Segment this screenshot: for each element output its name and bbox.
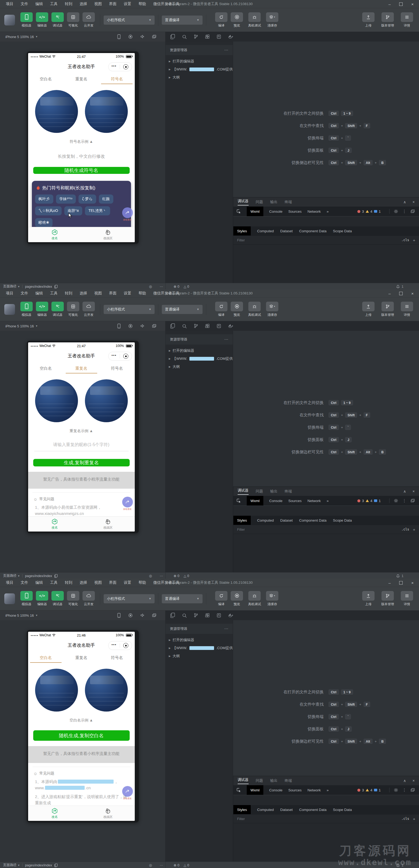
minimize-button[interactable]: – — [388, 291, 391, 296]
explorer-icon[interactable] — [170, 613, 175, 618]
kebab-icon[interactable]: ⋮ — [402, 787, 407, 793]
preview-button[interactable]: 预览 — [229, 12, 245, 28]
upload-button[interactable]: 上传 — [361, 12, 376, 28]
gear-icon[interactable] — [394, 499, 398, 503]
close-panel-button[interactable]: × — [413, 778, 415, 783]
simulator-toggle-button[interactable]: 模拟器 — [19, 12, 34, 28]
copy-icon[interactable] — [54, 863, 58, 867]
watch-icon[interactable]: ◎ — [149, 863, 152, 867]
menu-item-interface[interactable]: 界面 — [109, 580, 117, 585]
tab-blank-name[interactable]: 空白名 — [28, 363, 64, 375]
gear-icon[interactable] — [394, 788, 398, 792]
tab-computed[interactable]: Computed — [257, 808, 274, 812]
compile-button[interactable]: 编译 — [213, 591, 229, 607]
tab-problems[interactable]: 问题 — [256, 776, 263, 785]
example-toggle[interactable]: 重复名示例 ▲ — [70, 429, 93, 433]
rotate-device-icon[interactable] — [117, 323, 121, 329]
version-manage-button[interactable]: 版本管理 — [378, 12, 397, 28]
menu-item-view[interactable]: 视图 — [94, 580, 102, 585]
source-control-icon[interactable] — [194, 323, 198, 328]
upload-button[interactable]: 上传 — [361, 591, 376, 607]
collapse-panel-button[interactable]: ∧ — [403, 778, 406, 783]
inspect-icon[interactable] — [237, 788, 241, 792]
tab-problems[interactable]: 问题 — [256, 197, 263, 207]
menu-item-select[interactable]: 选择 — [80, 291, 87, 296]
extensions-icon[interactable] — [205, 613, 210, 618]
devtools-tab-network[interactable]: Network — [307, 210, 321, 214]
menu-item-file[interactable]: 文件 — [21, 2, 28, 6]
tab-scope-data[interactable]: Scope Data — [333, 518, 352, 522]
mute-icon[interactable] — [140, 614, 144, 617]
menu-item-wechat-devtools[interactable]: 微信开发者工具 — [153, 2, 179, 6]
gear-icon[interactable] — [394, 209, 398, 214]
cls-toggle[interactable]: .cls — [401, 238, 409, 242]
user-avatar[interactable] — [4, 15, 15, 26]
tree-item-project-root[interactable]: ▶ 【WWW..COM提供下... — [166, 355, 233, 363]
undock-icon[interactable] — [411, 499, 415, 502]
extensions-icon[interactable] — [205, 35, 210, 39]
add-style-button[interactable]: + — [413, 238, 415, 243]
mute-icon[interactable] — [140, 35, 144, 38]
rotate-device-icon[interactable] — [117, 34, 121, 39]
detail-button[interactable]: 详情 — [399, 591, 415, 607]
tab-debugger[interactable]: 调试器 — [238, 487, 249, 496]
compile-mode-select[interactable]: 普通编译▼ — [162, 594, 203, 603]
tree-item-outline[interactable]: ▶ 大纲 — [166, 73, 233, 82]
notifications[interactable]: 1 — [396, 285, 403, 288]
tab-symbol-name[interactable]: 符号名 — [99, 73, 135, 86]
multi-window-icon[interactable] — [152, 35, 156, 38]
path-mode-selector[interactable]: 页面路径 ▼ — [3, 284, 20, 289]
path-mode-selector[interactable]: 页面路径 ▼ — [3, 863, 20, 867]
simulator-toggle-button[interactable]: 模拟器 — [19, 302, 34, 317]
problem-counters[interactable]: ⊗0 △0 — [174, 284, 189, 288]
maximize-button[interactable] — [399, 2, 403, 6]
add-style-button[interactable]: + — [413, 816, 415, 821]
inspect-icon[interactable] — [237, 499, 241, 503]
close-miniprogram-button[interactable] — [123, 64, 128, 69]
detail-button[interactable]: 详情 — [399, 12, 415, 28]
nickname-input[interactable]: 请输入重复的昵称(1-5个字符) — [34, 442, 128, 452]
menu-item-help[interactable]: 帮助 — [139, 580, 146, 585]
tab-dataset[interactable]: Dataset — [280, 518, 293, 522]
tab-computed[interactable]: Computed — [257, 518, 274, 522]
menu-item-goto[interactable]: 转到 — [65, 2, 72, 6]
tab-scope-data[interactable]: Scope Data — [333, 229, 352, 233]
device-selector[interactable]: iPhone 5 100% 16 — [5, 614, 34, 618]
undock-icon[interactable] — [411, 788, 415, 792]
devtools-tab-wxml[interactable]: Wxml — [247, 496, 263, 505]
hot-tag[interactable]: TEL渣男丶 — [85, 206, 110, 215]
more-menu-button[interactable]: ••• — [112, 355, 117, 357]
close-miniprogram-button[interactable] — [123, 353, 128, 359]
horizontal-scrollbar[interactable] — [233, 795, 419, 797]
hot-tag[interactable]: 乀☆秋风oO — [35, 206, 62, 215]
tree-item-outline[interactable]: ▶ 大纲 — [166, 363, 233, 371]
close-button[interactable]: × — [411, 291, 414, 296]
menu-item-select[interactable]: 选择 — [80, 580, 87, 585]
menu-item-goto[interactable]: 转到 — [65, 291, 72, 296]
add-style-button[interactable]: + — [413, 527, 415, 532]
devtools-tab-sources[interactable]: Sources — [288, 499, 302, 503]
cloud-toggle-button[interactable]: 云开发 — [81, 591, 96, 607]
user-avatar[interactable] — [4, 593, 15, 604]
cls-toggle[interactable]: .cls — [401, 527, 409, 531]
menu-item-settings[interactable]: 设置 — [124, 2, 131, 6]
rotate-device-icon[interactable] — [117, 613, 121, 618]
debugger-toggle-button[interactable]: 调试器 — [50, 591, 65, 607]
compile-mode-select[interactable]: 普通编译▼ — [162, 16, 203, 25]
tabbar-rename[interactable]: 改名 — [28, 227, 82, 242]
remote-debug-button[interactable]: 真机调试 — [245, 591, 264, 607]
tab-debugger[interactable]: 调试器 — [238, 197, 249, 207]
tab-terminal[interactable]: 终端 — [285, 776, 292, 785]
maximize-button[interactable] — [399, 292, 403, 295]
tree-item-open-editors[interactable]: ▶ 打开的编辑器 — [166, 347, 233, 355]
problem-counters[interactable]: ⊗0 △0 — [174, 863, 189, 867]
menu-item-tools[interactable]: 工具 — [50, 291, 58, 296]
hot-tag[interactable]: 学妹²⁰¹⁹ — [56, 194, 76, 204]
tree-item-open-editors[interactable]: ▶ 打开的编辑器 — [166, 57, 233, 65]
tab-component-data[interactable]: Component Data — [299, 229, 327, 233]
remote-debug-button[interactable]: 真机调试 — [245, 302, 264, 317]
devtools-tab-console[interactable]: Console — [269, 499, 282, 503]
remote-debug-button[interactable]: 真机调试 — [245, 12, 264, 28]
menu-item-view[interactable]: 视图 — [94, 291, 102, 296]
inspect-icon[interactable] — [237, 209, 241, 214]
